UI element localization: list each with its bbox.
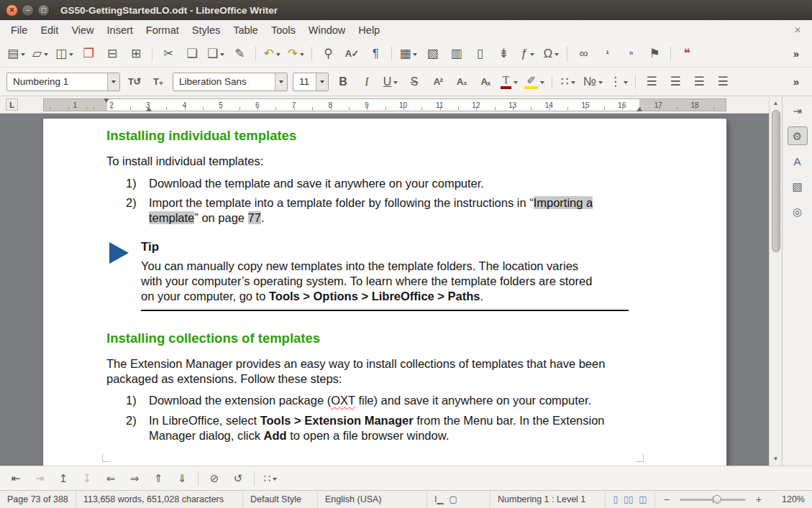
sidebar-settings-icon[interactable]: ⇥: [788, 101, 808, 120]
demote-with-subpoints-icon[interactable]: ⇒: [124, 469, 145, 488]
status-word-count[interactable]: 113,658 words, 651,028 characters: [76, 491, 243, 508]
cut-icon[interactable]: ✂: [158, 44, 179, 64]
insert-textbox-icon[interactable]: ▯: [469, 44, 491, 64]
print-icon[interactable]: ⊟: [101, 44, 123, 64]
horizontal-ruler[interactable]: L 123456789101112131415161718: [0, 96, 769, 114]
font-name-dropdown[interactable]: [275, 73, 287, 91]
menu-tools[interactable]: Tools: [265, 22, 302, 39]
outline-list-icon[interactable]: ⋮: [607, 72, 630, 92]
move-down-with-subpoints-icon[interactable]: ⇓: [171, 469, 193, 488]
new-document-icon[interactable]: ▤: [5, 44, 27, 64]
window-close-button[interactable]: ✕: [6, 4, 18, 17]
menu-edit[interactable]: Edit: [34, 22, 65, 39]
menu-view[interactable]: View: [65, 22, 100, 39]
scroll-down-icon[interactable]: ▼: [773, 454, 779, 463]
toolbar-overflow-icon[interactable]: »: [785, 72, 807, 92]
find-replace-icon[interactable]: ⚲: [317, 44, 339, 64]
align-left-icon[interactable]: ☰: [641, 72, 662, 92]
insert-mode-icon[interactable]: I▁: [434, 494, 444, 504]
bullet-list-icon[interactable]: ∷: [557, 72, 579, 92]
insert-hyperlink-icon[interactable]: ∞: [572, 44, 594, 64]
promote-with-subpoints-icon[interactable]: ⇐: [100, 469, 122, 488]
insert-footnote-icon[interactable]: ¹: [596, 44, 618, 64]
menu-file[interactable]: File: [4, 22, 34, 39]
gallery-deck-icon[interactable]: ▧: [788, 177, 808, 195]
font-color-icon[interactable]: T: [498, 72, 520, 92]
font-size-combo[interactable]: 11: [293, 73, 329, 91]
font-size-dropdown[interactable]: [316, 73, 328, 91]
insert-table-icon[interactable]: ▦: [397, 44, 419, 64]
insert-chart-icon[interactable]: ▥: [445, 44, 467, 64]
styles-deck-icon[interactable]: A: [788, 152, 808, 170]
window-minimize-button[interactable]: –: [22, 4, 34, 17]
ruler-bar[interactable]: 123456789101112131415161718: [43, 98, 726, 111]
align-right-icon[interactable]: ☰: [688, 72, 710, 92]
toolbar-overflow-icon[interactable]: »: [785, 44, 807, 64]
strikethrough-icon[interactable]: S: [403, 72, 425, 92]
export-pdf-icon[interactable]: ❐: [78, 44, 99, 64]
status-page-style[interactable]: Default Style: [243, 491, 318, 508]
clear-formatting-icon[interactable]: Aₓ: [475, 72, 496, 92]
close-document-icon[interactable]: ✕: [788, 25, 808, 35]
move-up-with-subpoints-icon[interactable]: ⇑: [147, 469, 169, 488]
right-indent-marker[interactable]: [637, 104, 642, 111]
print-preview-icon[interactable]: ⊞: [125, 44, 147, 64]
demote-level-icon[interactable]: ⇥: [29, 469, 50, 488]
first-line-indent-marker[interactable]: [104, 98, 109, 106]
tab-stop-selector-icon[interactable]: L: [6, 98, 18, 111]
scrollbar-thumb[interactable]: [772, 110, 780, 252]
document-page[interactable]: Installing individual templates To insta…: [43, 119, 726, 466]
bullets-and-numbering-icon[interactable]: ∷: [260, 469, 281, 488]
navigator-deck-icon[interactable]: ◎: [788, 202, 808, 221]
clone-formatting-icon[interactable]: ✎: [229, 44, 250, 64]
menu-help[interactable]: Help: [352, 22, 386, 39]
open-file-icon[interactable]: ▱: [29, 44, 51, 64]
properties-deck-icon[interactable]: ⚙: [788, 126, 808, 145]
undo-icon[interactable]: ↶: [261, 44, 283, 64]
menu-insert[interactable]: Insert: [101, 22, 140, 39]
status-language[interactable]: English (USA): [318, 491, 427, 508]
subscript-icon[interactable]: A₂: [451, 72, 473, 92]
numbered-list-icon[interactable]: №: [581, 72, 605, 92]
left-indent-marker[interactable]: [146, 104, 152, 111]
multi-page-view-icon[interactable]: ▯▯: [624, 494, 633, 504]
book-view-icon[interactable]: ◫: [639, 494, 647, 504]
paste-icon[interactable]: ❑: [205, 44, 227, 64]
zoom-out-button[interactable]: −: [662, 494, 671, 505]
insert-endnote-icon[interactable]: ⁿ: [620, 44, 642, 64]
highlight-color-icon[interactable]: ✐: [522, 72, 547, 92]
vertical-scrollbar[interactable]: ▲ ▼: [769, 96, 782, 466]
redo-icon[interactable]: ↷: [285, 44, 306, 64]
insert-unnumbered-entry-icon[interactable]: ⊘: [204, 469, 225, 488]
menu-styles[interactable]: Styles: [186, 22, 227, 39]
formatting-marks-icon[interactable]: ¶: [365, 44, 386, 64]
selection-mode-icon[interactable]: ▢: [450, 494, 457, 504]
bold-icon[interactable]: B: [332, 72, 354, 92]
zoom-level[interactable]: 120%: [770, 491, 812, 508]
status-page-number[interactable]: Page 73 of 388: [0, 491, 76, 508]
update-paragraph-style-icon[interactable]: T↺: [124, 72, 145, 92]
restart-numbering-icon[interactable]: ↺: [227, 469, 249, 488]
move-up-icon[interactable]: ↥: [53, 469, 74, 488]
menu-window[interactable]: Window: [302, 22, 352, 39]
insert-special-character-icon[interactable]: Ω: [540, 44, 562, 64]
scroll-up-icon[interactable]: ▲: [773, 98, 779, 108]
insert-comment-icon[interactable]: ❝: [676, 44, 698, 64]
insert-page-break-icon[interactable]: ⇟: [493, 44, 514, 64]
insert-image-icon[interactable]: ▧: [421, 44, 443, 64]
zoom-slider-handle[interactable]: [713, 495, 721, 504]
save-icon[interactable]: ◫: [53, 44, 76, 64]
superscript-icon[interactable]: A²: [427, 72, 449, 92]
paragraph-style-dropdown[interactable]: [107, 73, 119, 91]
font-name-combo[interactable]: Liberation Sans: [173, 73, 288, 91]
copy-icon[interactable]: ❏: [181, 44, 203, 64]
promote-level-icon[interactable]: ⇤: [5, 469, 27, 488]
move-down-icon[interactable]: ↧: [76, 469, 98, 488]
zoom-in-button[interactable]: +: [754, 494, 763, 505]
single-page-view-icon[interactable]: ▯: [613, 494, 618, 504]
menu-table[interactable]: Table: [227, 22, 265, 39]
italic-icon[interactable]: I: [356, 72, 378, 92]
menu-format[interactable]: Format: [140, 22, 186, 39]
insert-bookmark-icon[interactable]: ⚑: [644, 44, 665, 64]
zoom-slider[interactable]: [680, 499, 746, 501]
